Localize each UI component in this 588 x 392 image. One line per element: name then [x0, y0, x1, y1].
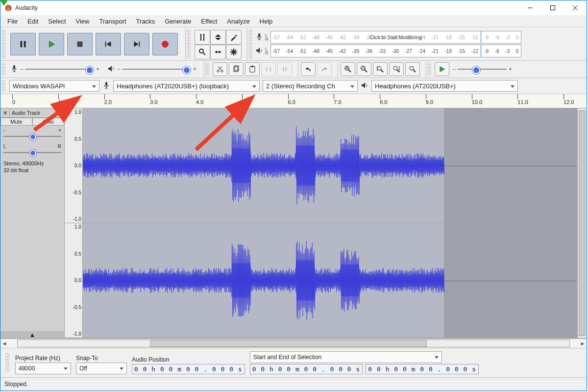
- selection-end-field[interactable]: 0 0 h 0 0 m 0 0 . 0 0 0 s: [366, 364, 479, 374]
- menu-edit[interactable]: Edit: [23, 16, 43, 26]
- cut-button[interactable]: [213, 62, 227, 76]
- play-at-speed-toolbar: − +: [432, 61, 516, 78]
- menu-help[interactable]: Help: [255, 16, 278, 26]
- track-menu-dropdown[interactable]: Audio Track▼: [10, 109, 64, 117]
- track-format-info: Stereo, 48000Hz 32-bit float: [0, 158, 64, 176]
- selection-mode-combo[interactable]: Start and End of Selection: [250, 351, 442, 363]
- close-button[interactable]: [564, 0, 587, 15]
- speaker-icon[interactable]: [255, 47, 263, 56]
- audio-position-field[interactable]: 0 0 h 0 0 m 0 0 . 0 0 0 s: [132, 364, 245, 374]
- scroll-thumb[interactable]: [150, 340, 427, 347]
- toolbar-grip[interactable]: [5, 353, 9, 372]
- recording-meter[interactable]: -57-54-51-48-45-42-39-36-33-30-27-24-21-…: [270, 31, 521, 44]
- mute-button[interactable]: Mute: [0, 118, 32, 126]
- toolbar-grip[interactable]: [248, 30, 252, 58]
- horizontal-scrollbar[interactable]: ◄ ►: [0, 339, 587, 348]
- maximize-button[interactable]: [541, 0, 564, 15]
- svg-line-70: [397, 70, 399, 72]
- copy-button[interactable]: [229, 62, 244, 76]
- svg-marker-13: [134, 42, 139, 47]
- toolbar-grip[interactable]: [1, 63, 5, 76]
- svg-point-69: [393, 66, 397, 70]
- stop-button[interactable]: [67, 33, 93, 55]
- vertical-scrollbar[interactable]: [577, 108, 587, 338]
- gain-slider[interactable]: [3, 136, 61, 137]
- timeshift-tool[interactable]: [210, 45, 226, 59]
- menu-file[interactable]: File: [2, 16, 23, 26]
- toolbar-grip[interactable]: [427, 63, 431, 76]
- track-collapse-button[interactable]: ▲: [0, 331, 64, 338]
- play-at-speed-button[interactable]: [435, 62, 449, 76]
- scroll-right-button[interactable]: ►: [579, 340, 587, 347]
- toolbar-grip[interactable]: [1, 80, 5, 92]
- waveform-right-channel[interactable]: [83, 223, 577, 338]
- status-bar: Stopped.: [0, 377, 587, 391]
- record-button[interactable]: [152, 33, 178, 55]
- skip-end-button[interactable]: [124, 33, 149, 55]
- multi-tool[interactable]: [226, 45, 242, 59]
- zoom-toggle-button[interactable]: [405, 62, 420, 76]
- toolbar-grip[interactable]: [205, 63, 209, 76]
- svg-marker-23: [215, 38, 221, 40]
- recording-device-combo[interactable]: Headphones (AT2020USB+) (loopback): [113, 80, 260, 92]
- menu-generate[interactable]: Generate: [160, 16, 196, 26]
- skip-start-button[interactable]: [96, 33, 121, 55]
- svg-marker-82: [511, 85, 514, 88]
- menu-view[interactable]: View: [71, 16, 95, 26]
- selection-tool[interactable]: [195, 30, 210, 45]
- zoom-in-button[interactable]: [341, 62, 355, 76]
- redo-button[interactable]: [317, 62, 332, 76]
- undo-button[interactable]: [301, 62, 316, 76]
- svg-marker-80: [350, 85, 354, 88]
- solo-button[interactable]: Solo: [32, 118, 64, 126]
- timeline-ruler[interactable]: 01.02.03.04.05.06.07.08.09.010.011.012.0: [0, 94, 587, 108]
- menu-effect[interactable]: Effect: [196, 16, 222, 26]
- zoom-out-button[interactable]: [357, 62, 371, 76]
- vertical-ruler: 1.00.50.0-0.5-1.0 1.00.50.0-0.5-1.0: [65, 108, 83, 338]
- toolbar-grip[interactable]: [187, 30, 191, 58]
- rec-volume-slider[interactable]: [25, 64, 94, 74]
- menu-tracks[interactable]: Tracks: [131, 16, 160, 26]
- recording-channels-combo[interactable]: 2 (Stereo) Recording Ch: [263, 80, 358, 92]
- menu-transport[interactable]: Transport: [94, 16, 131, 26]
- fit-selection-button[interactable]: [373, 62, 388, 76]
- project-rate-combo[interactable]: 48000: [15, 363, 71, 374]
- menu-select[interactable]: Select: [43, 16, 71, 26]
- draw-tool[interactable]: [226, 30, 242, 45]
- meters-toolbar: LR -57-54-51-48-45-42-39-36-33-30-27-24-…: [253, 29, 523, 59]
- trim-button[interactable]: [261, 62, 276, 76]
- play-volume-slider[interactable]: [122, 64, 191, 74]
- audio-host-combo[interactable]: Windows WASAPI: [9, 80, 99, 92]
- playback-device-combo[interactable]: Headphones (AT2020USB+): [371, 80, 518, 92]
- paste-button[interactable]: [245, 62, 260, 76]
- mic-icon[interactable]: [255, 33, 263, 42]
- playback-speed-slider[interactable]: [458, 64, 507, 74]
- waveform-left-channel[interactable]: [83, 108, 577, 223]
- zoom-tool[interactable]: [195, 45, 210, 59]
- snap-to-combo[interactable]: Off: [76, 363, 127, 374]
- menu-analyze[interactable]: Analyze: [222, 16, 254, 26]
- play-button[interactable]: [39, 33, 64, 55]
- svg-rect-11: [105, 42, 106, 47]
- rec-lr-label: LR: [265, 33, 269, 41]
- scroll-left-button[interactable]: ◄: [0, 340, 8, 347]
- playback-meter[interactable]: -57-54-51-48-45-42-39-36-33-30-27-24-21-…: [270, 45, 521, 57]
- svg-point-43: [221, 70, 223, 72]
- playhead-pin-icon[interactable]: [0, 0, 8, 6]
- toolbar-grip[interactable]: [1, 30, 5, 58]
- pause-button[interactable]: [10, 33, 36, 55]
- track-close-button[interactable]: ✕: [0, 108, 10, 117]
- fit-project-button[interactable]: [389, 62, 404, 76]
- envelope-tool[interactable]: [210, 30, 226, 45]
- minimize-button[interactable]: [519, 0, 541, 15]
- waveform-area[interactable]: [83, 108, 577, 338]
- pan-slider[interactable]: [3, 152, 61, 153]
- chevron-down-icon: [92, 82, 96, 90]
- chevron-down-icon: [252, 82, 256, 90]
- svg-line-44: [219, 66, 222, 70]
- silence-button[interactable]: [277, 62, 292, 76]
- svg-line-45: [218, 66, 221, 70]
- speaker-icon: [361, 81, 368, 91]
- selection-start-field[interactable]: 0 0 h 0 0 m 0 0 . 0 0 0 s: [250, 364, 363, 374]
- play-lr-label: LR: [265, 47, 269, 55]
